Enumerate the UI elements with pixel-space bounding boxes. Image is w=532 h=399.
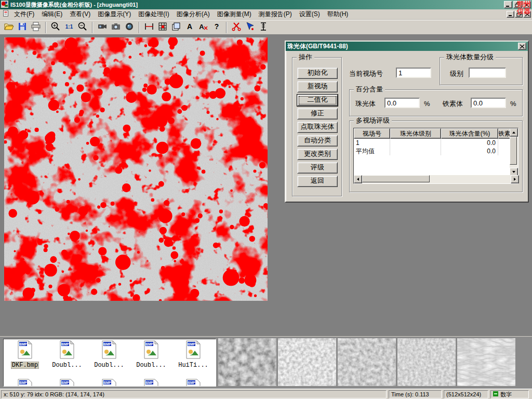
grade-input[interactable] (469, 68, 506, 78)
help-button[interactable]: ? (210, 21, 223, 34)
menu-item-image-process[interactable]: 图像处理(I) (135, 9, 172, 20)
video-capture-button[interactable] (96, 21, 109, 34)
layers-button[interactable] (169, 21, 182, 34)
save-button[interactable] (16, 21, 29, 34)
bmp-file-icon: BMP (185, 340, 201, 361)
mdi-restore-button[interactable] (515, 11, 523, 18)
horizontal-scroll-track[interactable] (362, 175, 511, 183)
cut-button[interactable] (230, 21, 243, 34)
dialog-title-bar[interactable]: 珠光体(GB/T9441-88) (286, 42, 528, 51)
micrograph-image[interactable] (4, 37, 268, 301)
thumbnail-image[interactable] (457, 338, 515, 386)
mdi-minimize-button[interactable] (507, 11, 514, 18)
annotate-text-button[interactable]: A (183, 21, 196, 34)
bmp-file-icon: BMP (143, 340, 159, 361)
thumbnail-image[interactable] (338, 338, 396, 386)
lens-icon (124, 21, 135, 33)
vertical-scroll-track[interactable] (510, 137, 518, 168)
binarize-button[interactable]: 二值化 (297, 95, 338, 106)
file-item[interactable]: BMP HuiTi... (172, 340, 214, 378)
measure-ruler-button[interactable] (257, 21, 270, 34)
mdi-close-button[interactable] (523, 11, 531, 18)
menu-item-help[interactable]: 帮助(H) (324, 9, 352, 20)
ruler-icon (258, 21, 269, 33)
document-icon[interactable] (2, 10, 9, 19)
menu-bar: 文件(F) 编辑(E) 查看(V) 图像显示(Y) 图像处理(I) 图像分析(A… (0, 9, 532, 20)
ferrite-percent-input[interactable] (471, 98, 506, 108)
snapshot-button[interactable] (109, 21, 122, 34)
return-button[interactable]: 返回 (297, 176, 338, 187)
table-row[interactable]: 平均值 0.0 (354, 147, 518, 155)
bmp-file-icon: BMP (17, 379, 33, 387)
measure-grid-button[interactable] (156, 21, 169, 34)
bmp-file-icon: BMP (101, 379, 117, 387)
live-image-button[interactable] (123, 21, 136, 34)
svg-text:A: A (199, 23, 204, 31)
new-view-button[interactable]: 新视场 (297, 81, 338, 92)
menu-item-image-measure[interactable]: 图像测量(M) (214, 9, 255, 20)
file-item[interactable]: BMP (172, 379, 214, 387)
pick-pearlite-button[interactable]: 点取珠光体 (297, 122, 338, 133)
minimize-button[interactable] (504, 1, 512, 8)
menu-item-image-display[interactable]: 图像显示(Y) (94, 9, 135, 20)
menu-item-edit[interactable]: 编辑(E) (38, 9, 66, 20)
svg-text:BMP: BMP (188, 381, 195, 384)
toolbar-separator (92, 22, 93, 33)
correct-button[interactable]: 修正 (297, 108, 338, 119)
table-vertical-scrollbar[interactable] (510, 128, 518, 176)
file-item[interactable]: BMP (4, 379, 46, 387)
toolbar-separator (226, 22, 227, 33)
current-view-input[interactable] (396, 68, 431, 78)
printer-icon (31, 21, 41, 33)
zoom-in-button[interactable] (49, 21, 62, 34)
grade-button[interactable]: 评级 (297, 162, 338, 174)
close-button[interactable] (523, 1, 531, 8)
thumbnail-image[interactable] (218, 338, 276, 386)
dialog-close-button[interactable] (518, 43, 526, 50)
scroll-up-button[interactable] (510, 128, 518, 137)
auto-classify-button[interactable]: 自动分类 (297, 135, 338, 147)
toolbar: 1:1 A A ? (0, 20, 532, 34)
actual-size-button[interactable]: 1:1 (62, 21, 75, 34)
change-class-button[interactable]: 更改类别 (297, 149, 338, 160)
open-button[interactable] (2, 21, 15, 34)
one-to-one-icon: 1:1 (64, 21, 74, 33)
thumbnail-image[interactable] (278, 338, 336, 386)
marker-button[interactable] (243, 21, 256, 34)
scroll-right-button[interactable] (511, 175, 519, 183)
floppy-icon (17, 21, 28, 33)
file-item[interactable]: BMP (130, 379, 172, 387)
menu-item-view[interactable]: 查看(V) (66, 9, 94, 20)
table-row[interactable]: 1 0.0 (354, 139, 518, 147)
file-item[interactable]: BMP (88, 379, 130, 387)
print-button[interactable] (29, 21, 42, 34)
file-item[interactable]: BMP Doubl... (130, 340, 172, 378)
file-item[interactable]: BMP (46, 379, 88, 387)
delete-annotation-button[interactable]: A (196, 21, 209, 34)
vertical-scroll-thumb[interactable] (510, 137, 517, 165)
measure-length-button[interactable] (142, 21, 155, 34)
menu-item-file[interactable]: 文件(F) (10, 9, 38, 20)
restore-button[interactable] (513, 1, 522, 8)
ferrite-label: 铁素体 (443, 100, 463, 108)
menu-item-image-analysis[interactable]: 图像分析(A) (173, 9, 214, 20)
menu-item-measure-report[interactable]: 测量报告(P) (255, 9, 296, 20)
init-button[interactable]: 初始化 (297, 68, 338, 79)
status-mode: 数字 (490, 390, 529, 398)
file-item[interactable]: BMP Doubl... (46, 340, 88, 378)
scroll-left-button[interactable] (354, 175, 362, 183)
thumbnail-image[interactable] (397, 338, 456, 386)
menu-item-settings[interactable]: 设置(S) (296, 9, 324, 20)
file-item[interactable]: BMP Doubl... (88, 340, 130, 378)
file-item[interactable]: BMP DKF.bmp (4, 340, 46, 378)
bmp-file-icon: BMP (143, 379, 159, 387)
toolbar-separator (45, 22, 46, 33)
table-horizontal-scrollbar[interactable] (354, 175, 519, 183)
bottom-panel: BMP DKF.bmp BMP Doubl... BMP Doubl... BM… (0, 336, 532, 389)
title-bar: IS100显微摄像系统(金相分析版) - [zhuguangti01] (0, 0, 532, 9)
file-name: Doubl... (93, 362, 125, 369)
pearlite-percent-input[interactable] (384, 98, 420, 108)
bmp-file-icon: BMP (101, 340, 117, 361)
zoom-out-button[interactable] (76, 21, 89, 34)
horizontal-scroll-thumb[interactable] (362, 175, 430, 182)
